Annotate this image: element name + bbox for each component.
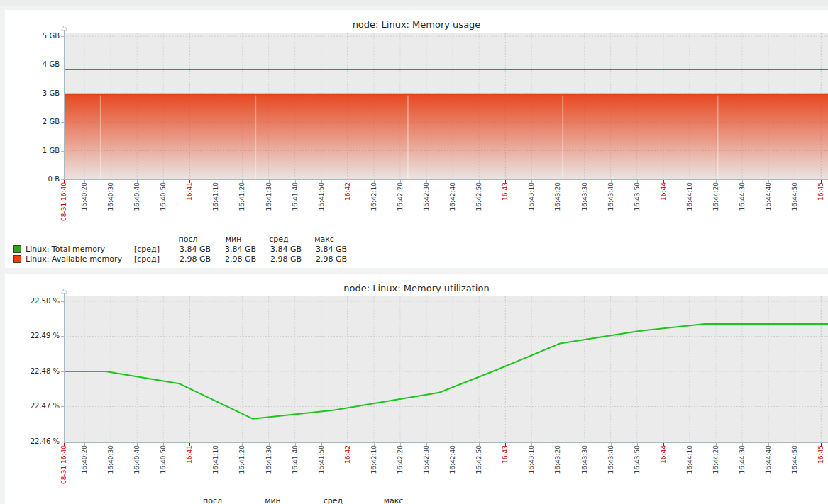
x-axis-time-label: 16:43:40 [607,445,615,474]
legend-column-header: сред [256,235,302,245]
x-axis-time-label: 16:43:50 [634,445,641,474]
x-axis-time-label: 16:43:20 [554,445,562,474]
x-axis-time-label: 16:42:10 [370,445,378,474]
y-axis-tick [61,371,64,372]
legend-row: Linux: Available memory[сред]2.98 GB2.98… [13,254,347,264]
y-axis-arrow-icon [60,288,68,294]
x-axis-tick [821,443,822,446]
x-axis-tick [768,443,769,446]
x-axis-time-label: 16:43 [502,445,509,464]
graph-legend: послминсредмакс [13,496,424,504]
x-axis-time-label: 16:44:20 [712,445,720,474]
x-axis-tick [663,443,664,446]
y-axis-tick-label: 22.49 % [5,332,60,340]
x-axis-time-label: 16:42:30 [423,445,431,474]
x-axis-time-label: 16:42 [344,182,352,201]
memory-usage-graph-widget: node: Linux: Memory usage 5 GB4 GB3 GB2 … [5,10,828,268]
x-axis-tick [531,180,532,183]
legend-column-header: посл [165,235,211,245]
graph-plot-area[interactable] [64,296,828,442]
x-axis-tick [426,443,427,446]
x-axis-time-label: 16:40:30 [107,182,115,211]
x-axis-time-label: 08-31 16:40 [60,182,68,221]
x-axis-tick [189,443,190,446]
x-axis-time-label: 16:40:50 [160,445,167,474]
x-axis-tick [374,443,375,446]
x-axis-tick [637,180,638,183]
x-axis-tick [216,443,216,446]
x-axis-time-label: 16:40:40 [133,182,141,211]
available-memory-area [64,94,828,179]
x-axis-tick [558,443,558,446]
x-axis-tick [137,443,138,446]
x-axis-tick [84,443,85,446]
x-axis-time-label: 16:43:30 [581,182,589,211]
x-axis-tick [189,180,190,183]
x-axis-time-label: 16:44:20 [712,182,720,211]
legend-column-header: мин [243,496,303,504]
legend-color-swatch [13,255,21,263]
x-axis-tick [163,180,164,183]
x-axis-tick [111,443,111,446]
x-axis-time-label: 16:43:10 [528,445,536,474]
x-axis-tick [242,443,243,446]
legend-value: 2.98 GB [211,254,256,264]
x-axis-tick [663,180,664,183]
x-axis-time-label: 16:40:30 [107,445,115,474]
x-axis-time-label: 16:42:30 [423,182,431,211]
x-axis-time-label: 16:42:20 [397,445,404,474]
x-axis-time-label: 16:41:10 [212,445,220,474]
y-axis-tick-label: 1 GB [5,147,60,155]
legend-column-header: макс [363,496,424,504]
x-axis-time-label: 16:42:10 [370,182,378,211]
x-axis-time-label: 16:41:20 [238,445,246,474]
x-axis-tick [111,180,111,183]
x-axis-time-label: 16:41 [186,445,194,464]
x-axis-time-label: 16:45 [817,182,825,201]
x-axis-time-label: 16:44 [660,445,668,464]
x-axis-time-label: 16:44:30 [739,182,746,211]
graph-legend: послминсредмаксLinux: Total memory[сред]… [13,235,347,264]
x-axis-time-label: 16:43:50 [634,182,641,211]
x-axis-tick [64,443,65,446]
x-axis-time-label: 16:41:20 [238,182,246,211]
x-axis-time-label: 16:44 [660,182,668,201]
x-axis-time-label: 16:40:20 [81,182,89,211]
x-axis-time-label: 16:40:40 [133,445,141,474]
x-axis-tick [585,180,585,183]
x-axis-time-label: 16:44:40 [765,182,773,211]
x-axis-time-label: 16:40:50 [160,182,167,211]
legend-series-name: Linux: Total memory [26,245,105,254]
x-axis-tick [400,443,401,446]
x-axis-time-label: 16:42 [344,445,352,464]
legend-value: 2.98 GB [302,254,347,264]
x-axis-tick [742,443,743,446]
y-axis-arrow-icon [60,25,68,31]
x-axis-line [64,442,828,443]
x-axis-tick [690,443,690,446]
y-axis-tick-label: 4 GB [5,60,60,69]
x-axis-time-label: 16:42:50 [475,182,483,211]
x-axis-time-label: 16:41:50 [318,182,326,211]
legend-row: Linux: Total memory[сред]3.84 GB3.84 GB3… [13,245,347,254]
legend-value: 2.98 GB [165,254,211,264]
graph-plot-area[interactable] [64,33,828,179]
x-axis-tick [321,180,322,183]
x-axis-time-label: 16:41:30 [265,182,273,211]
memory-utilization-title: node: Linux: Memory utilization [5,283,828,293]
x-axis-time-label: 16:44:10 [686,182,694,211]
y-axis-tick [61,301,64,302]
y-axis-tick [61,94,64,94]
x-axis-tick [348,180,348,183]
x-axis-time-label: 08-31 16:40 [60,445,68,484]
legend-value: 2.98 GB [256,254,302,264]
x-axis-time-label: 16:44:50 [791,445,799,474]
y-axis-tick-label: 22.48 % [5,367,60,376]
x-axis-tick [716,443,717,446]
x-axis-time-label: 16:41:50 [318,445,326,474]
x-axis-tick [821,180,822,183]
x-axis-tick [163,443,164,446]
y-axis-tick [61,36,64,37]
x-axis-time-label: 16:44:50 [791,182,799,211]
x-axis-tick [453,443,453,446]
